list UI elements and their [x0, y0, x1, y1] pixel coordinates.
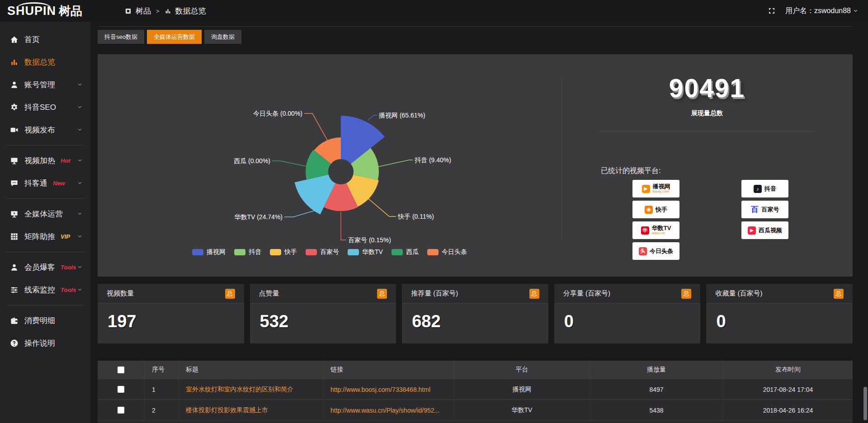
row-checkbox[interactable]: [118, 407, 124, 414]
stat-card-value: 532: [250, 304, 396, 331]
sidebar-item-media-operation[interactable]: 全媒体运营: [0, 202, 90, 225]
platform-name: 西瓜视频: [759, 227, 782, 234]
topbar: SHUPIN 树品 树品 > 数据总览 用户名：zswodun88: [0, 0, 868, 22]
sidebar-item-video-heat[interactable]: 视频加热Hot: [0, 149, 90, 172]
sidebar-item-instructions[interactable]: 操作说明: [0, 332, 90, 354]
sidebar-item-account-manage[interactable]: 账号管理: [0, 73, 90, 96]
legend-label: 抖音: [249, 248, 261, 256]
logo-arc: [16, 2, 52, 9]
sidebar-item-data-overview[interactable]: 数据总览: [0, 51, 90, 73]
chart-bars-icon: [10, 58, 19, 66]
table-cell: 播视网: [454, 379, 590, 400]
sidebar-item-member-burst[interactable]: 会员爆客Tools: [0, 256, 90, 278]
platform-badge-0-0: ▶播视网boosj.com: [632, 180, 679, 197]
pie-label-line-6: [304, 113, 328, 141]
platform-badge-text: 播视网boosj.com: [653, 183, 670, 193]
chevron-down-icon: [77, 181, 82, 186]
total-badge[interactable]: 总: [377, 289, 387, 299]
total-impressions-label: 展现量总数: [561, 109, 853, 118]
stat-card-header: 点赞量总: [250, 284, 396, 304]
legend-item-4[interactable]: 华数TV: [348, 248, 383, 256]
user-area: 用户名：zswodun88: [768, 0, 858, 22]
pie-label-line-0: [368, 115, 377, 120]
pie-label-line-2: [368, 198, 396, 216]
header-divider: [98, 26, 853, 27]
video-title-link[interactable]: 室外水纹灯和室内水纹灯的区别和简介: [186, 385, 293, 394]
legend-label: 快手: [284, 248, 297, 256]
row-checkbox[interactable]: [118, 386, 124, 393]
pie-label-line-3: [341, 212, 346, 240]
sidebar-item-label: 首页: [24, 34, 40, 45]
legend-item-5[interactable]: 西瓜: [392, 248, 419, 256]
breadcrumb-separator: >: [156, 8, 160, 14]
breadcrumb-current: 数据总览: [175, 6, 206, 16]
stat-card-label: 收藏量 (百家号): [715, 289, 762, 298]
legend-item-1[interactable]: 抖音: [234, 248, 261, 256]
chevron-down-icon: [77, 265, 82, 270]
question-icon: [10, 339, 19, 348]
stat-card-label: 分享量 (百家号): [563, 289, 610, 298]
sidebar-item-lead-monitor[interactable]: 线索监控Tools: [0, 278, 90, 301]
breadcrumb-home[interactable]: 树品: [136, 6, 151, 16]
sidebar-item-douyin-seo[interactable]: 抖音SEO: [0, 96, 90, 118]
stat-card-header: 推荐量 (百家号)总: [402, 284, 548, 304]
table-cell: 华数TV: [454, 400, 590, 420]
total-badge[interactable]: 总: [529, 289, 539, 299]
user-menu[interactable]: 用户名：zswodun88: [785, 6, 858, 16]
tab-douyin-seo-data[interactable]: 抖音seo数据: [98, 30, 144, 44]
total-badge[interactable]: 总: [225, 289, 235, 299]
platform-logo-icon: 头: [639, 247, 647, 255]
sidebar-item-expense-detail[interactable]: 消费明细: [0, 309, 90, 332]
table-cell: [98, 400, 145, 420]
tab-inquiry-data[interactable]: 询盘数据: [204, 30, 241, 44]
sliders-icon: [10, 286, 19, 294]
legend-item-2[interactable]: 快手: [270, 248, 297, 256]
sidebar-item-badge: Hot: [61, 157, 71, 164]
pie-label-0: 播视网 (65.61%): [378, 112, 425, 119]
sidebar-item-douketong[interactable]: 抖客通New: [0, 172, 90, 194]
stat-card-label: 推荐量 (百家号): [411, 289, 458, 298]
stat-card-label: 点赞量: [259, 289, 279, 298]
total-badge[interactable]: 总: [681, 289, 691, 299]
sidebar-item-label: 矩阵助推: [24, 231, 55, 242]
video-url-link[interactable]: http://www.boosj.com/7338468.html: [330, 386, 430, 393]
scrollbar-thumb[interactable]: [863, 387, 867, 420]
video-title-link[interactable]: 楼体投影灯投影效果震撼上市: [186, 406, 268, 414]
sidebar-item-home[interactable]: 首页: [0, 28, 90, 51]
legend-item-0[interactable]: 播视网: [192, 248, 226, 256]
legend-item-3[interactable]: 百家号: [306, 248, 339, 256]
sidebar-item-label: 消费明细: [24, 315, 55, 326]
video-url-link[interactable]: http://www.wasu.cn/Play/show/id/952...: [330, 407, 439, 414]
legend-item-6[interactable]: 今日头条: [427, 248, 467, 256]
platform-logo-icon: 百: [751, 206, 759, 214]
chevron-down-icon: [77, 105, 82, 110]
user-label: 用户名：zswodun88: [785, 6, 851, 16]
platform-badge-1-2: ▶西瓜视频: [741, 221, 788, 239]
legend-label: 今日头条: [442, 248, 467, 256]
stat-card-0: 视频数量总197: [98, 284, 244, 343]
platforms-caption: 已统计的视频平台:: [601, 166, 660, 176]
sidebar-item-matrix-boost[interactable]: 矩阵助推VIP: [0, 225, 90, 248]
user-icon: [10, 80, 19, 89]
fullscreen-icon[interactable]: [768, 7, 775, 14]
total-badge[interactable]: 总: [834, 289, 844, 299]
stat-card-3: 分享量 (百家号)总0: [554, 284, 701, 343]
stat-card-value: 0: [554, 304, 701, 331]
table-header-checkbox-cell: [98, 361, 145, 379]
tab-bar: 抖音seo数据全媒体运营数据询盘数据: [98, 30, 241, 44]
tab-media-operation-data[interactable]: 全媒体运营数据: [147, 30, 202, 44]
platform-badge-0-1: ◉快手: [632, 201, 679, 218]
pie-label-6: 今日头条 (0.00%): [253, 110, 302, 117]
chart-panel: 播视网 (65.61%)抖音 (9.40%)快手 (0.11%)百家号 (0.1…: [98, 54, 853, 277]
sidebar-item-label: 线索监控: [24, 285, 55, 295]
platform-name: 快手: [656, 207, 667, 213]
select-all-checkbox[interactable]: [118, 367, 124, 373]
sidebar-item-badge: VIP: [61, 233, 70, 240]
sidebar-divider: [6, 198, 84, 199]
table-cell: 楼体投影灯投影效果震撼上市: [179, 400, 323, 420]
breadcrumb-home-icon: [125, 8, 132, 14]
sidebar-item-video-publish[interactable]: 视频发布: [0, 118, 90, 141]
sidebar-item-label: 账号管理: [24, 80, 55, 90]
chart-legend: 播视网抖音快手百家号华数TV西瓜今日头条: [98, 248, 561, 256]
breadcrumb: 树品 > 数据总览: [125, 0, 206, 22]
